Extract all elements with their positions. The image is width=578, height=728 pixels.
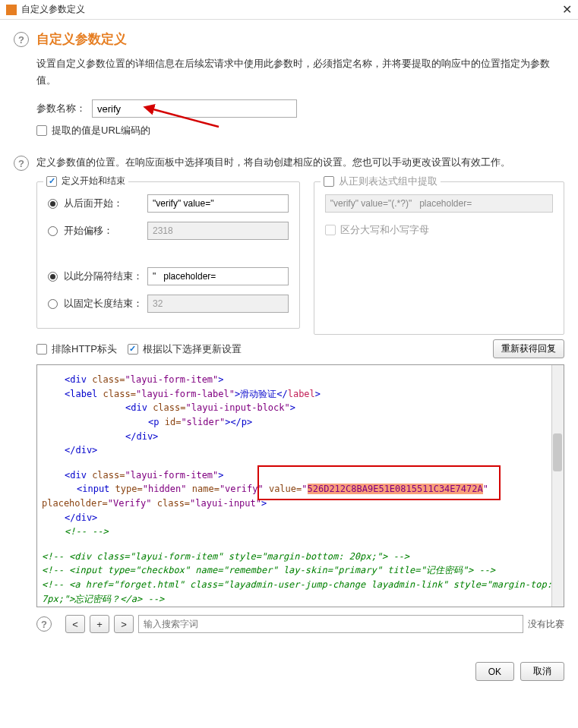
start-offset-label: 开始偏移：: [64, 224, 147, 238]
param-name-input[interactable]: [92, 99, 297, 118]
end-delim-radio[interactable]: [48, 272, 58, 282]
param-name-label: 参数名称：: [36, 102, 86, 115]
regex-input: [325, 194, 553, 213]
scrollbar-thumb[interactable]: [553, 433, 562, 471]
end-fixed-input: [147, 295, 289, 313]
response-pane[interactable]: <div class="layui-form-item"> <label cla…: [36, 364, 564, 607]
annotation-box: [257, 465, 501, 500]
case-label: 区分大写和小写字母: [340, 223, 429, 237]
start-offset-input: [147, 222, 289, 240]
start-end-legend: 定义开始和结束: [62, 175, 125, 188]
url-encode-label: 提取的值是URL编码的: [52, 124, 150, 137]
add-button[interactable]: +: [90, 615, 109, 633]
exclude-http-label: 排除HTTP标头: [52, 342, 117, 356]
search-input[interactable]: [138, 615, 523, 633]
close-icon[interactable]: ✕: [562, 2, 572, 17]
prev-button[interactable]: <: [65, 615, 85, 633]
cancel-button[interactable]: 取消: [520, 662, 564, 681]
end-fixed-radio[interactable]: [48, 299, 58, 309]
app-icon: [6, 5, 17, 15]
help-icon[interactable]: ?: [36, 616, 52, 632]
url-encode-checkbox[interactable]: [36, 125, 47, 136]
case-checkbox: [325, 225, 336, 235]
update-settings-checkbox[interactable]: [128, 344, 138, 355]
help-icon[interactable]: ?: [14, 156, 29, 171]
start-after-radio[interactable]: [48, 199, 58, 209]
refetch-button[interactable]: 重新获得回复: [493, 339, 564, 358]
end-delim-label: 以此分隔符结束：: [64, 269, 147, 283]
window-title: 自定义参数定义: [21, 3, 562, 16]
position-desc: 定义参数值的位置。在响应面板中选择项目时，将自动创建相应的设置。您也可以手动更改…: [36, 154, 564, 171]
regex-checkbox[interactable]: [324, 176, 334, 187]
ok-button[interactable]: OK: [475, 662, 514, 681]
page-desc: 设置自定义参数位置的详细信息在后续宏请求中使用此参数时，必须指定名称，并将要提取…: [36, 55, 564, 89]
end-delim-input[interactable]: [147, 267, 289, 285]
page-title: 自定义参数定义: [36, 30, 564, 48]
update-settings-label: 根据以下选择更新设置: [143, 342, 242, 356]
regex-legend: 从正则表达式组中提取: [339, 175, 437, 188]
start-offset-radio[interactable]: [48, 226, 58, 236]
start-after-label: 从后面开始：: [64, 197, 147, 210]
start-end-checkbox[interactable]: [46, 176, 57, 187]
exclude-http-checkbox[interactable]: [36, 344, 47, 355]
start-after-input[interactable]: [147, 194, 289, 213]
no-match-label: 没有比赛: [528, 618, 564, 631]
next-button[interactable]: >: [114, 615, 134, 633]
scrollbar[interactable]: [551, 365, 564, 607]
help-icon[interactable]: ?: [14, 32, 29, 47]
end-fixed-label: 以固定长度结束：: [64, 297, 147, 310]
